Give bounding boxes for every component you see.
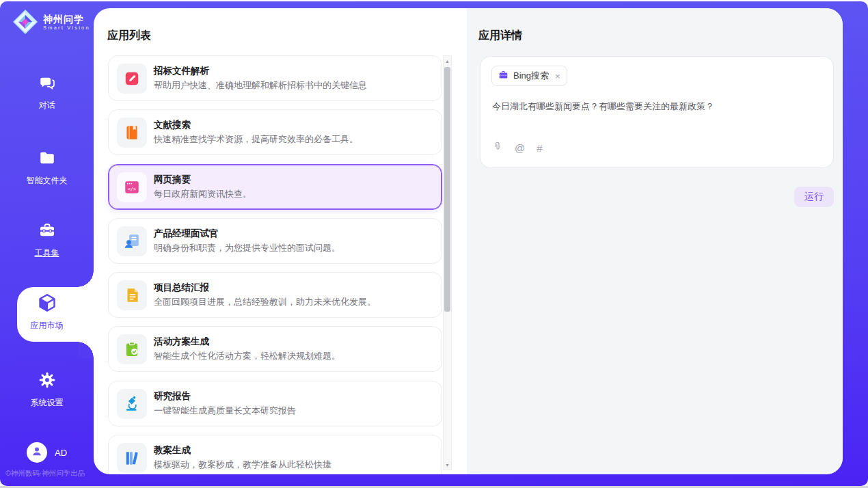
query-text[interactable]: 今日湖北有哪些新闻要点？有哪些需要关注的最新政策？: [492, 100, 714, 113]
scroll-down-arrow[interactable]: ▼: [444, 460, 451, 470]
copyright-footer: ©神州数码·神州问学出品: [5, 469, 85, 478]
app-card-description: 帮助用户快速、准确地理解和解析招标书中的关键信息: [154, 79, 367, 92]
avatar: [27, 442, 47, 463]
bubble-curve-bottom: [77, 342, 94, 358]
svg-text:</>: </>: [128, 186, 137, 192]
composer-toolbar: @ #: [492, 141, 543, 154]
tool-chip-label: Bing搜索: [513, 70, 549, 82]
sidebar-item-chat[interactable]: 对话: [0, 74, 94, 111]
app-detail-panel: 应用详情 Bing搜索 × 今日湖北有哪些新闻要点？有哪些需要关注的最新政策？ …: [467, 8, 843, 474]
briefcase-icon: [498, 70, 508, 83]
main-content: 应用列表 招标文件解析帮助用户快速、准确地理解和解析招标书中的关键信息文献搜索快…: [94, 8, 843, 474]
chat-icon: [38, 74, 56, 94]
document-icon: [117, 280, 147, 310]
app-card-description: 全面回顾项目进展，总结经验教训，助力未来优化发展。: [154, 296, 376, 308]
app-card-description: 智能生成个性化活动方案，轻松解决规划难题。: [154, 350, 340, 362]
app-card-title: 网页摘要: [154, 174, 191, 186]
sidebar-item-label: 对话: [39, 100, 55, 111]
app-card-title: 研究报告: [154, 390, 191, 403]
bubble-curve-top: [77, 271, 94, 287]
app-detail-title: 应用详情: [478, 29, 522, 43]
scrollbar-thumb[interactable]: [444, 67, 450, 312]
sidebar-item-toolset[interactable]: 工具集: [0, 221, 94, 259]
app-window: 神州问学 Smart Vision 对话 智能文件夹 工具集 应用市场 系统设置…: [0, 0, 868, 488]
app-card-description: 快速精准查找学术资源，提高研究效率的必备工具。: [154, 133, 358, 146]
paperclip-icon[interactable]: [492, 141, 503, 154]
app-card[interactable]: 活动方案生成智能生成个性化活动方案，轻松解决规划难题。: [108, 326, 442, 372]
app-card-description: 一键智能生成高质量长文本研究报告: [154, 405, 296, 417]
sidebar-item-label: 工具集: [35, 247, 59, 259]
gear-icon: [38, 371, 56, 391]
scroll-up-arrow[interactable]: ▲: [444, 56, 451, 66]
app-card[interactable]: 研究报告一键智能生成高质量长文本研究报告: [108, 381, 442, 426]
browser-code-icon: </>: [117, 172, 147, 202]
app-card-title: 招标文件解析: [154, 65, 209, 77]
sidebar-item-label: 应用市场: [31, 320, 64, 331]
interviewer-icon: [117, 226, 147, 256]
app-card-description: 模板驱动，教案秒成，教学准备从此轻松快捷: [154, 459, 331, 471]
app-list-panel: 应用列表 招标文件解析帮助用户快速、准确地理解和解析招标书中的关键信息文献搜索快…: [94, 8, 467, 474]
sidebar-item-label: 智能文件夹: [27, 175, 68, 187]
app-list-title: 应用列表: [107, 29, 151, 43]
sidebar-item-settings[interactable]: 系统设置: [0, 371, 94, 409]
app-card-description: 每日政府新闻资讯快查。: [154, 188, 252, 200]
run-button[interactable]: 运行: [794, 187, 834, 207]
brand-logo: 神州问学 Smart Vision: [12, 9, 90, 35]
cube-icon: [37, 293, 57, 315]
at-mention-icon[interactable]: @: [515, 142, 525, 154]
app-card[interactable]: 项目总结汇报全面回顾项目进展，总结经验教训，助力未来优化发展。: [108, 272, 442, 318]
chip-close-icon[interactable]: ×: [555, 71, 560, 81]
app-card-title: 产品经理面试官: [154, 228, 219, 240]
app-card-title: 文献搜索: [154, 119, 191, 131]
sidebar-item-label: 系统设置: [31, 397, 64, 409]
person-icon: [30, 444, 44, 461]
books-icon: [117, 443, 147, 473]
app-card[interactable]: 文献搜索快速精准查找学术资源，提高研究效率的必备工具。: [108, 109, 442, 155]
brand-name: 神州问学: [43, 14, 90, 25]
tool-chip-bing-search[interactable]: Bing搜索 ×: [491, 66, 567, 86]
diamond-logo-icon: [12, 9, 38, 35]
brand-tagline: Smart Vision: [43, 25, 90, 31]
hash-tag-icon[interactable]: #: [537, 142, 542, 154]
book-icon: [117, 118, 147, 148]
app-card[interactable]: 教案生成模板驱动，教案秒成，教学准备从此轻松快捷: [108, 435, 442, 474]
clipboard-check-icon: [117, 334, 147, 364]
microscope-icon: [117, 389, 147, 419]
toolbox-icon: [38, 221, 56, 241]
app-card[interactable]: 招标文件解析帮助用户快速、准确地理解和解析招标书中的关键信息: [108, 55, 442, 101]
app-list-scrollbar[interactable]: ▲ ▼: [443, 55, 452, 470]
app-card[interactable]: 产品经理面试官明确身份和职责，为您提供专业性的面试问题。: [108, 218, 442, 264]
app-card-description: 明确身份和职责，为您提供专业性的面试问题。: [154, 242, 340, 254]
folder-icon: [38, 149, 56, 169]
sidebar-item-app-market[interactable]: 应用市场: [0, 293, 94, 331]
edit-square-icon: [117, 64, 147, 94]
user-account[interactable]: AD: [0, 442, 94, 463]
app-card-title: 教案生成: [154, 444, 191, 457]
app-card[interactable]: </>网页摘要每日政府新闻资讯快查。: [108, 164, 442, 210]
app-card-title: 活动方案生成: [154, 336, 209, 348]
user-initials: AD: [55, 448, 67, 458]
app-card-title: 项目总结汇报: [154, 282, 209, 294]
sidebar-item-smart-folder[interactable]: 智能文件夹: [0, 149, 94, 187]
prompt-card: Bing搜索 × 今日湖北有哪些新闻要点？有哪些需要关注的最新政策？ @ #: [480, 56, 834, 168]
